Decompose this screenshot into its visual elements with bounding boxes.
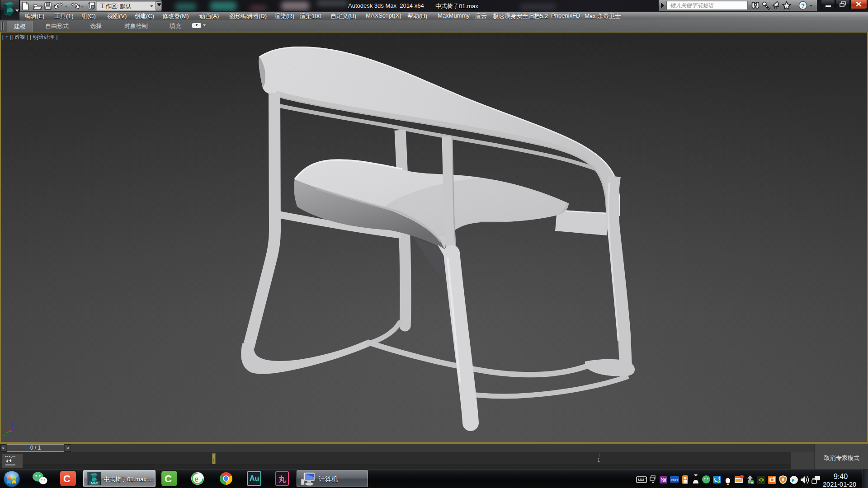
svg-text:cnzz: cnzz xyxy=(671,478,678,482)
svg-text:工作区: 默认: 工作区: 默认 xyxy=(100,3,132,9)
svg-text:z: z xyxy=(11,416,13,420)
svg-text:MAX: MAX xyxy=(91,482,98,485)
svg-text:x: x xyxy=(4,425,6,429)
svg-text:y: y xyxy=(3,432,5,436)
svg-text:?: ? xyxy=(801,2,805,9)
svg-text:e: e xyxy=(792,477,794,483)
svg-text:e: e xyxy=(194,474,198,483)
